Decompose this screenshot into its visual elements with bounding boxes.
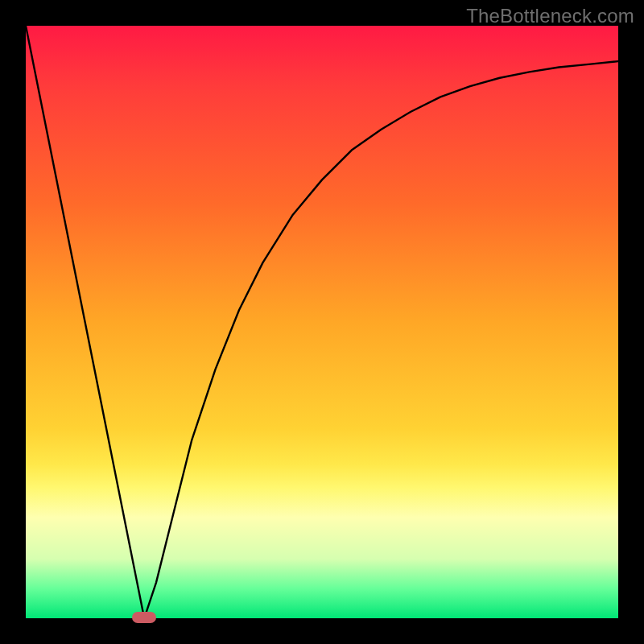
plot-area (26, 26, 618, 618)
bottleneck-curve (26, 26, 618, 618)
curve-path (26, 26, 618, 618)
optimum-marker (132, 612, 156, 623)
chart-frame: TheBottleneck.com (0, 0, 644, 644)
watermark-text: TheBottleneck.com (466, 5, 634, 27)
